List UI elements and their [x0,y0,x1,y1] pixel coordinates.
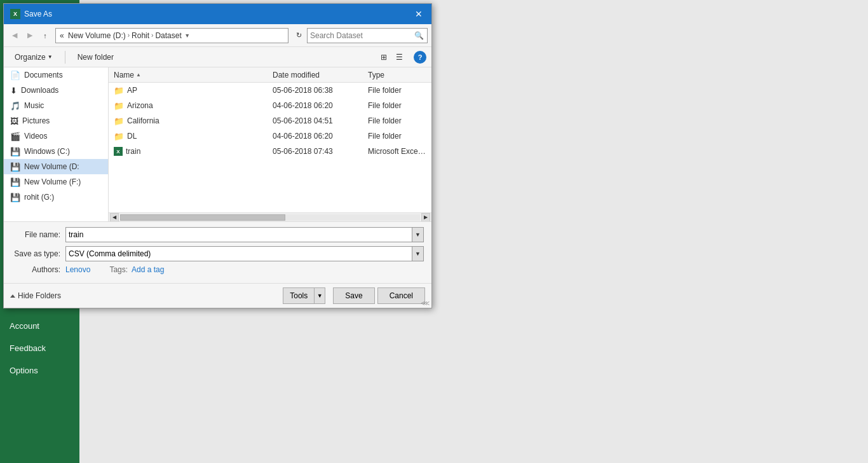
sidenav-videos-label: Videos [24,132,47,141]
new-folder-button[interactable]: New folder [72,50,119,64]
help-button[interactable]: ? [414,51,426,64]
authors-label: Authors: [11,265,65,274]
excel-file-icon: X [114,147,123,156]
sidenav-new-volume-f-label: New Volume (F:) [24,177,81,186]
new-folder-label: New folder [78,53,114,62]
refresh-button[interactable]: ↻ [292,29,306,43]
resize-grip[interactable]: ⋘ [421,300,430,307]
sidenav-windows-label: Windows (C:) [24,147,70,156]
file-name-arizona: 📁 Arizona [109,101,268,111]
hide-folders-button[interactable]: Hide Folders [10,291,61,300]
tags-value[interactable]: Add a tag [132,265,164,274]
date-col-label: Date modified [273,71,320,79]
sidenav-item-documents[interactable]: 📄 Documents [4,67,108,83]
folder-icon: 📁 [114,116,124,126]
save-type-row: Save as type: ▼ [11,246,424,261]
tools-button-wrap: Tools ▼ [283,287,325,304]
file-name-label: File name: [11,230,65,239]
meta-row: Authors: Lenovo Tags: Add a tag [11,265,424,274]
sidebar-item-account[interactable]: Account [0,315,79,337]
dialog-footer: Hide Folders Tools ▼ Save Cancel [4,283,431,308]
sidenav-item-videos[interactable]: 🎬 Videos [4,128,108,144]
sidenav-item-new-volume-d[interactable]: 💾 New Volume (D: [4,159,108,174]
table-row[interactable]: 📁 Arizona 04-06-2018 06:20 File folder [109,98,431,113]
sidebar-item-options[interactable]: Options [0,359,79,382]
folder-icon: 📁 [114,132,124,141]
downloads-icon: ⬇ [10,86,17,95]
sidenav-item-windows[interactable]: 💾 Windows (C:) [4,144,108,159]
new-volume-f-icon: 💾 [10,177,20,187]
scroll-track [120,214,420,221]
sidenav-item-music[interactable]: 🎵 Music [4,98,108,113]
file-label-california: California [127,116,159,125]
file-name-dropdown[interactable]: ▼ [412,228,423,242]
file-name-input[interactable] [66,228,412,242]
name-col-label: Name [114,71,134,79]
file-name-input-wrap: ▼ [65,227,424,242]
file-date-california: 05-06-2018 04:51 [268,116,363,125]
folder-icon: 📁 [114,86,124,95]
breadcrumb-rohit[interactable]: Rohit [132,31,149,40]
organize-button[interactable]: Organize ▼ [9,50,58,64]
breadcrumb-dataset[interactable]: Dataset [155,31,181,40]
sort-arrow: ▲ [136,72,141,78]
file-type-train: Microsoft Excel C... [363,147,431,156]
save-as-dialog: X Save As ✕ ◀ ▶ ↑ « New Volume (D:) › Ro… [3,3,432,308]
file-date-ap: 05-06-2018 06:38 [268,86,363,95]
hide-folders-label: Hide Folders [18,291,61,300]
save-type-dropdown[interactable]: ▼ [412,247,423,261]
dialog-titlebar: X Save As ✕ [4,4,431,24]
breadcrumb-prefix: « [60,31,66,40]
dialog-form: File name: ▼ Save as type: ▼ Authors: Le… [4,221,431,283]
tools-button[interactable]: Tools [283,287,314,304]
scroll-left-arrow[interactable]: ◀ [110,213,119,222]
file-label-train: train [126,147,140,156]
save-type-input[interactable] [66,247,412,261]
tools-dropdown-button[interactable]: ▼ [314,287,325,304]
file-list-area: Name ▲ Date modified Type 📁 AP [109,67,431,221]
dialog-title-text: Save As [24,10,412,18]
save-button[interactable]: Save [333,287,374,304]
search-button[interactable]: 🔍 [413,30,424,41]
scroll-thumb[interactable] [120,214,285,221]
forward-button[interactable]: ▶ [23,29,37,43]
list-view-button[interactable]: ☰ [392,50,406,64]
sidenav-item-new-volume-f[interactable]: 💾 New Volume (F:) [4,174,108,190]
grid-view-button[interactable]: ⊞ [377,50,391,64]
type-col-header: Type [363,67,431,82]
sidenav-documents-label: Documents [24,71,63,79]
cancel-button[interactable]: Cancel [377,287,425,304]
authors-value[interactable]: Lenovo [65,265,90,274]
breadcrumb-drive[interactable]: New Volume (D:) [68,31,126,40]
sidenav-item-rohit-g[interactable]: 💾 rohit (G:) [4,190,108,205]
table-row[interactable]: X train 05-06-2018 07:43 Microsoft Excel… [109,144,431,159]
breadcrumb: « New Volume (D:) › Rohit › Dataset [60,31,182,40]
sidenav-item-pictures[interactable]: 🖼 Pictures [4,113,108,128]
file-name-dl: 📁 DL [109,132,268,141]
table-row[interactable]: 📁 AP 05-06-2018 06:38 File folder [109,83,431,98]
save-type-label: Save as type: [11,249,65,258]
scroll-right-arrow[interactable]: ▶ [421,213,430,222]
new-volume-d-icon: 💾 [10,162,20,172]
sidenav-new-volume-d-label: New Volume (D: [24,162,79,171]
save-type-input-wrap: ▼ [65,246,424,261]
up-button[interactable]: ↑ [38,29,52,43]
dialog-close-button[interactable]: ✕ [412,8,425,20]
file-date-dl: 04-06-2018 06:20 [268,132,363,141]
sidenav-item-downloads[interactable]: ⬇ Downloads [4,83,108,98]
file-name-train: X train [109,147,268,156]
sidebar-item-feedback[interactable]: Feedback [0,337,79,359]
tags-label: Tags: [109,265,128,274]
windows-drive-icon: 💾 [10,147,20,156]
file-date-arizona: 04-06-2018 06:20 [268,101,363,110]
date-col-header: Date modified [268,67,363,82]
sidenav-music-label: Music [24,101,44,110]
sort-by-name[interactable]: Name ▲ [109,67,268,82]
back-button[interactable]: ◀ [8,29,22,43]
table-row[interactable]: 📁 California 05-06-2018 04:51 File folde… [109,113,431,128]
breadcrumb-dropdown[interactable]: ▼ [182,28,193,43]
hide-folders-icon [10,294,15,298]
search-input[interactable] [310,31,413,40]
breadcrumb-bar: « New Volume (D:) › Rohit › Dataset ▼ [55,28,288,43]
table-row[interactable]: 📁 DL 04-06-2018 06:20 File folder [109,128,431,144]
